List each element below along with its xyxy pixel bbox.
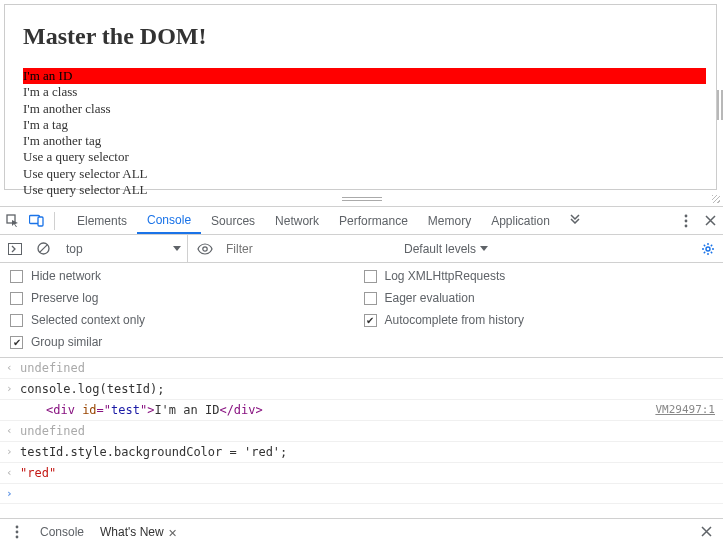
checkbox-checked-icon: ✔: [10, 336, 23, 349]
body-line: Use a query selector: [23, 149, 706, 165]
context-label: top: [66, 242, 83, 256]
output-arrow-icon: ‹: [6, 424, 20, 437]
console-prompt-row[interactable]: ›: [0, 484, 723, 504]
setting-preserve-log[interactable]: Preserve log: [10, 291, 360, 305]
setting-eager-eval[interactable]: Eager evaluation: [364, 291, 714, 305]
checkbox-icon: [10, 314, 23, 327]
levels-label: Default levels: [404, 242, 476, 256]
body-line: I'm another tag: [23, 133, 706, 149]
drawer-tab-whatsnew[interactable]: What's New ✕: [96, 523, 182, 541]
checkbox-icon: [364, 270, 377, 283]
divider: [54, 212, 55, 230]
body-line: Use query selector ALL: [23, 182, 706, 198]
body-line: Use query selector ALL: [23, 166, 706, 182]
input-arrow-icon: ›: [6, 382, 20, 395]
svg-point-10: [706, 247, 710, 251]
devtools-close-icon[interactable]: [699, 210, 721, 232]
dropdown-icon: [173, 246, 181, 252]
devtools-drawer: Console What's New ✕: [0, 518, 723, 544]
svg-point-3: [685, 214, 688, 217]
checkbox-icon: [10, 292, 23, 305]
dropdown-icon: [480, 246, 488, 252]
tab-application[interactable]: Application: [481, 207, 560, 234]
checkbox-icon: [364, 292, 377, 305]
svg-line-8: [39, 245, 47, 253]
resize-grip-icon[interactable]: [711, 194, 721, 204]
console-row: ›console.log(testId);: [0, 379, 723, 400]
drawer-close-icon[interactable]: [695, 521, 717, 543]
svg-point-12: [16, 530, 19, 533]
svg-point-9: [203, 246, 207, 250]
console-row: ‹undefined: [0, 358, 723, 379]
source-link[interactable]: VM29497:1: [655, 403, 715, 416]
svg-point-11: [16, 525, 19, 528]
console-row: ‹undefined: [0, 421, 723, 442]
prompt-arrow-icon: ›: [6, 487, 20, 500]
body-line: I'm a tag: [23, 117, 706, 133]
devtools-menu-icon[interactable]: [675, 210, 697, 232]
tab-memory[interactable]: Memory: [418, 207, 481, 234]
inspect-element-icon[interactable]: [2, 210, 24, 232]
logged-element[interactable]: <div id="test">I'm an ID</div>: [20, 403, 655, 417]
output-arrow-icon: ‹: [6, 361, 20, 374]
console-row: ›testId.style.backgroundColor = 'red';: [0, 442, 723, 463]
tab-elements[interactable]: Elements: [67, 207, 137, 234]
drawer-menu-icon[interactable]: [6, 521, 28, 543]
checkbox-icon: [10, 270, 23, 283]
execution-context-selector[interactable]: top: [60, 235, 188, 262]
devtools-panel: Elements Console Sources Network Perform…: [0, 206, 723, 504]
device-toolbar-icon[interactable]: [26, 210, 48, 232]
svg-point-5: [685, 224, 688, 227]
close-icon[interactable]: ✕: [168, 527, 178, 537]
output-arrow-icon: ‹: [6, 466, 20, 479]
highlighted-id-line: I'm an ID: [23, 68, 706, 84]
setting-selected-context[interactable]: Selected context only: [10, 313, 360, 327]
console-filter-input[interactable]: [222, 239, 392, 259]
input-arrow-icon: ›: [6, 445, 20, 458]
setting-autocomplete[interactable]: ✔Autocomplete from history: [364, 313, 714, 327]
console-toolbar: top Default levels: [0, 235, 723, 263]
body-line: I'm a class: [23, 84, 706, 100]
live-expression-icon[interactable]: [194, 238, 216, 260]
tab-console[interactable]: Console: [137, 207, 201, 234]
body-line: I'm another class: [23, 101, 706, 117]
page-heading: Master the DOM!: [23, 23, 706, 50]
svg-point-13: [16, 535, 19, 538]
page-scrollbar[interactable]: [717, 90, 723, 120]
console-row: ‹"red": [0, 463, 723, 484]
console-settings-icon[interactable]: [697, 238, 719, 260]
console-output: ‹undefined ›console.log(testId); <div id…: [0, 358, 723, 504]
clear-console-icon[interactable]: [32, 238, 54, 260]
devtools-tabbar: Elements Console Sources Network Perform…: [0, 207, 723, 235]
svg-rect-2: [38, 217, 43, 226]
tab-network[interactable]: Network: [265, 207, 329, 234]
log-levels-selector[interactable]: Default levels: [404, 242, 488, 256]
devtools-tabs: Elements Console Sources Network Perform…: [67, 207, 586, 234]
checkbox-checked-icon: ✔: [364, 314, 377, 327]
setting-log-xhr[interactable]: Log XMLHttpRequests: [364, 269, 714, 283]
page-body: I'm an ID I'm a class I'm another class …: [23, 68, 706, 198]
tab-performance[interactable]: Performance: [329, 207, 418, 234]
console-settings-panel: Hide network Log XMLHttpRequests Preserv…: [0, 263, 723, 358]
drawer-tab-console[interactable]: Console: [36, 523, 88, 541]
rendered-page: Master the DOM! I'm an ID I'm a class I'…: [4, 4, 717, 190]
setting-group-similar[interactable]: ✔Group similar: [10, 335, 360, 349]
tab-sources[interactable]: Sources: [201, 207, 265, 234]
console-sidebar-toggle-icon[interactable]: [4, 238, 26, 260]
more-tabs-icon[interactable]: [564, 207, 586, 229]
svg-point-4: [685, 219, 688, 222]
console-row: <div id="test">I'm an ID</div> VM29497:1: [0, 400, 723, 421]
setting-hide-network[interactable]: Hide network: [10, 269, 360, 283]
